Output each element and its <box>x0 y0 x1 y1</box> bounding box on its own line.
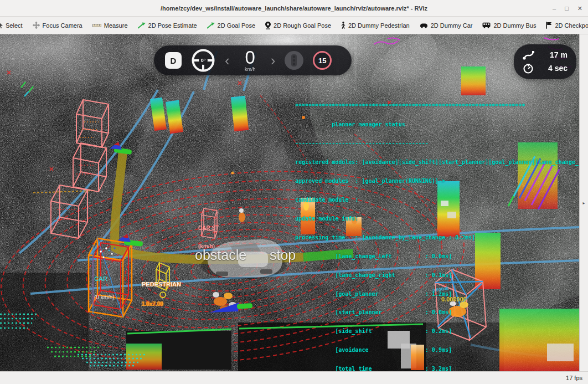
chevron-right-icon: › <box>271 53 276 68</box>
route-distance-icon <box>523 50 535 60</box>
move-icon <box>33 22 40 29</box>
cursor-icon <box>0 22 3 29</box>
status-bar: 17 fps <box>0 371 588 384</box>
green-arrow-icon <box>138 22 146 29</box>
title-bar[interactable]: /home/zcy/dev_ws/install/autoware_launch… <box>0 0 588 17</box>
steering-wheel-indicator: 0° <box>191 48 215 73</box>
trajectory-end-segment <box>303 253 353 257</box>
fps-counter: 17 fps <box>566 375 582 381</box>
tool-measure[interactable]: Measure <box>87 20 133 31</box>
tool-2d-dummy-bus[interactable]: 2D Dummy Bus <box>477 20 541 31</box>
bus-icon <box>482 22 491 28</box>
3d-viewport[interactable]: D 0° ‹ 0 km/h › 15 <box>0 34 579 371</box>
speed-unit: km/h <box>245 66 256 72</box>
flag-icon <box>546 22 552 29</box>
pin-icon <box>265 22 271 29</box>
ruler-icon <box>92 23 101 28</box>
speed-indicator: 0 km/h <box>239 49 261 72</box>
tool-2d-checkpoint-pose[interactable]: 2D Checkpoint Pose <box>541 19 588 31</box>
chevron-left-icon: ‹ <box>225 53 230 68</box>
tool-select[interactable]: Select <box>0 20 28 31</box>
pedestrian-icon <box>341 22 345 29</box>
tool-focus-camera[interactable]: Focus Camera <box>28 19 87 31</box>
minimize-button[interactable]: – <box>553 5 556 12</box>
traffic-light-icon <box>291 54 297 66</box>
timer-icon <box>523 63 534 74</box>
tool-2d-dummy-car[interactable]: 2D Dummy Car <box>415 20 478 31</box>
gear-indicator: D <box>165 52 182 69</box>
traffic-light-indicator <box>285 51 303 70</box>
route-duration: 4 sec <box>548 64 568 73</box>
tool-2d-pose-estimate[interactable]: 2D Pose Estimate <box>133 20 202 31</box>
steering-angle: 0° <box>201 58 206 63</box>
pointcloud-scene <box>0 34 579 371</box>
collapsed-panel-strip: ▸ <box>579 34 588 371</box>
car-icon <box>420 22 428 28</box>
tool-2d-dummy-pedestrian[interactable]: 2D Dummy Pedestrian <box>336 19 415 31</box>
speed-limit-sign: 15 <box>313 51 332 70</box>
green-arrow-icon <box>207 22 215 29</box>
toolbar: Select Focus Camera Measure 2D Pose Esti… <box>0 17 588 34</box>
route-info-panel: 17 m 4 sec <box>514 44 576 79</box>
route-distance: 17 m <box>550 50 568 59</box>
panel-expander-arrow[interactable]: ▸ <box>582 201 585 371</box>
tool-2d-goal-pose[interactable]: 2D Goal Pose <box>202 20 260 31</box>
tool-2d-rough-goal-pose[interactable]: 2D Rough Goal Pose <box>260 19 336 32</box>
vehicle-hud: D 0° ‹ 0 km/h › 15 <box>154 45 352 75</box>
maximize-button[interactable]: □ <box>565 5 569 12</box>
window-title: /home/zcy/dev_ws/install/autoware_launch… <box>161 5 427 12</box>
close-button[interactable]: ✕ <box>577 5 582 12</box>
speed-value: 0 <box>245 49 255 66</box>
